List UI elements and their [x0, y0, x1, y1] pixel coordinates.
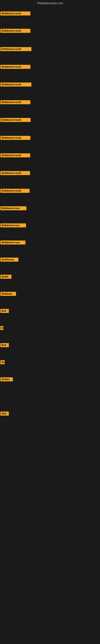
bottleneck-badge-17: Bottlenec — [0, 292, 16, 296]
bottleneck-badge-12: Bottleneck resu — [0, 206, 26, 210]
bottleneck-row-9: Bottleneck result — [0, 153, 30, 158]
bottleneck-row-6: Bottleneck result — [0, 100, 30, 105]
bottleneck-row-3: Bottleneck result — [0, 47, 31, 52]
bottleneck-badge-10: Bottleneck result — [0, 171, 30, 175]
bottleneck-badge-11: Bottleneck result — [0, 189, 30, 193]
bottleneck-badge-8: Bottleneck result — [0, 136, 30, 140]
bottleneck-row-5: Bottleneck result — [0, 82, 31, 87]
bottleneck-badge-21: Bo — [0, 360, 5, 364]
bottleneck-badge-3: Bottleneck result — [0, 47, 31, 51]
page-wrapper: TheBottlenecker.com Bottleneck resultBot… — [0, 0, 100, 644]
bottleneck-row-24: Bott — [0, 412, 9, 416]
bottleneck-row-13: Bottleneck resu — [0, 224, 26, 228]
bottleneck-badge-9: Bottleneck result — [0, 153, 30, 158]
bottleneck-row-16: Bottle — [0, 275, 11, 280]
bottleneck-badge-20: Bott — [0, 343, 9, 347]
bottleneck-badge-19: B — [0, 326, 3, 330]
bottleneck-badge-7: Bottleneck result — [0, 118, 31, 122]
bottleneck-row-20: Bott — [0, 343, 9, 348]
site-title: TheBottlenecker.com — [0, 0, 100, 7]
bottleneck-row-4: Bottleneck result — [0, 65, 30, 70]
bottleneck-row-8: Bottleneck result — [0, 136, 30, 141]
bottleneck-badge-15: Bottleneck — [0, 258, 18, 262]
bottleneck-row-21: Bo — [0, 360, 5, 365]
bottleneck-row-18: Bott — [0, 309, 9, 314]
bottleneck-badge-1: Bottleneck result — [0, 12, 30, 16]
bottleneck-row-19: B — [0, 326, 3, 331]
bottleneck-row-7: Bottleneck result — [0, 118, 31, 123]
bottleneck-row-10: Bottleneck result — [0, 171, 30, 176]
bottleneck-badge-2: Bottleneck result — [0, 29, 30, 33]
bottleneck-badge-16: Bottle — [0, 275, 11, 279]
bottleneck-row-15: Bottleneck — [0, 258, 18, 262]
bottleneck-row-11: Bottleneck result — [0, 189, 30, 194]
bottleneck-row-12: Bottleneck resu — [0, 206, 26, 211]
bottleneck-badge-14: Bottleneck resu — [0, 240, 25, 244]
bottleneck-badge-4: Bottleneck result — [0, 65, 30, 69]
bottleneck-row-14: Bottleneck resu — [0, 240, 25, 245]
bottleneck-row-22: Bottlen — [0, 377, 13, 382]
bottleneck-badge-24: Bott — [0, 412, 9, 416]
bottleneck-badge-6: Bottleneck result — [0, 100, 30, 104]
bottleneck-badge-22: Bottlen — [0, 377, 13, 381]
bottleneck-badge-5: Bottleneck result — [0, 82, 31, 86]
bottleneck-row-2: Bottleneck result — [0, 29, 30, 34]
bottleneck-row-1: Bottleneck result — [0, 12, 30, 16]
bottleneck-badge-18: Bott — [0, 309, 9, 313]
bottleneck-row-17: Bottlenec — [0, 292, 16, 297]
bottleneck-badge-13: Bottleneck resu — [0, 224, 26, 228]
